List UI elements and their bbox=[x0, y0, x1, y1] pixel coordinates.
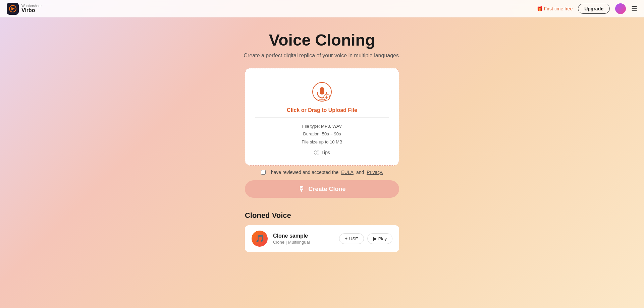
upload-label[interactable]: Click or Drag to Upload File bbox=[287, 107, 357, 113]
logo-product: Virbo bbox=[21, 8, 42, 13]
logo-icon bbox=[7, 3, 19, 15]
cloned-section-title: Cloned Voice bbox=[245, 211, 399, 220]
header-right: 🎁 First time free Upgrade ☰ bbox=[537, 3, 637, 14]
file-info: File type: MP3, WAV Duration: 50s ~ 90s … bbox=[255, 117, 389, 146]
cloned-voice-section: Cloned Voice 🎵 Clone sample Clone | Mult… bbox=[245, 211, 399, 252]
page-subtitle: Create a perfect digital replica of your… bbox=[244, 53, 400, 59]
upgrade-button[interactable]: Upgrade bbox=[578, 4, 610, 14]
use-icon: + bbox=[345, 236, 347, 241]
agreement-checkbox[interactable] bbox=[261, 170, 266, 175]
clone-meta: Clone | Multilingual bbox=[273, 240, 334, 245]
first-time-free-badge: 🎁 First time free bbox=[537, 6, 573, 11]
clone-item-card: 🎵 Clone sample Clone | Multilingual + US… bbox=[245, 225, 399, 252]
play-label: Play bbox=[378, 236, 387, 241]
file-size-text: File size up to 10 MB bbox=[255, 138, 389, 146]
create-clone-icon: 🎙 bbox=[298, 185, 305, 193]
main-content: Voice Cloning Create a perfect digital r… bbox=[0, 0, 644, 308]
create-clone-button[interactable]: 🎙 Create Clone bbox=[245, 180, 399, 198]
create-clone-label: Create Clone bbox=[308, 186, 345, 193]
page-title: Voice Cloning bbox=[269, 31, 375, 49]
play-icon: ▶ bbox=[373, 236, 377, 241]
clone-name: Clone sample bbox=[273, 233, 334, 239]
gift-icon: 🎁 bbox=[537, 6, 543, 11]
file-type-text: File type: MP3, WAV bbox=[255, 122, 389, 130]
tips-row[interactable]: ? Tips bbox=[314, 150, 330, 155]
upload-card[interactable]: Click or Drag to Upload File File type: … bbox=[245, 68, 399, 166]
header: Wondershare Virbo 🎁 First time free Upgr… bbox=[0, 0, 644, 17]
menu-icon[interactable]: ☰ bbox=[631, 5, 637, 13]
mic-upload-icon bbox=[311, 82, 333, 103]
use-button[interactable]: + USE bbox=[339, 233, 364, 244]
logo-brand: Wondershare bbox=[21, 4, 42, 8]
avatar[interactable] bbox=[615, 3, 626, 14]
svg-rect-3 bbox=[320, 87, 324, 95]
agreement-text-middle: and bbox=[356, 170, 364, 175]
use-label: USE bbox=[349, 236, 358, 241]
tips-label: Tips bbox=[321, 150, 330, 155]
privacy-link[interactable]: Privacy. bbox=[367, 170, 383, 175]
clone-info: Clone sample Clone | Multilingual bbox=[273, 233, 334, 245]
agreement-text-before: I have reviewed and accepted the bbox=[268, 170, 338, 175]
clone-actions: + USE ▶ Play bbox=[339, 233, 392, 244]
agreement-row: I have reviewed and accepted the EULA an… bbox=[261, 170, 383, 175]
logo-text: Wondershare Virbo bbox=[21, 4, 42, 13]
tips-icon: ? bbox=[314, 150, 319, 155]
play-button[interactable]: ▶ Play bbox=[367, 233, 392, 244]
eula-link[interactable]: EULA bbox=[341, 170, 354, 175]
logo-area[interactable]: Wondershare Virbo bbox=[7, 3, 42, 15]
duration-text: Duration: 50s ~ 90s bbox=[255, 130, 389, 138]
clone-avatar: 🎵 bbox=[252, 231, 268, 247]
